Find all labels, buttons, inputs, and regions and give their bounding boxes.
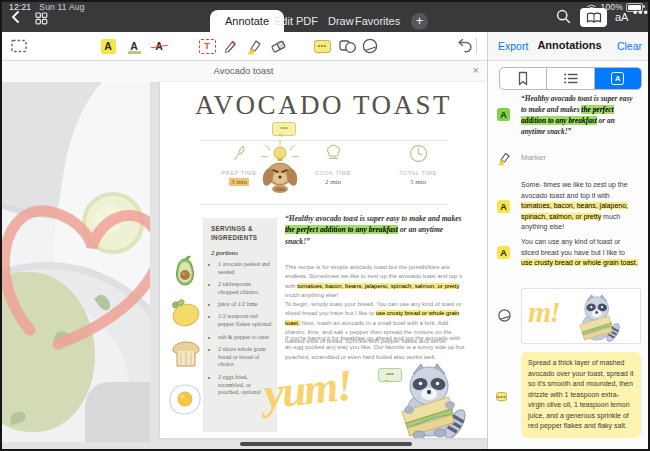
annotation-item-icon[interactable]: [496, 150, 512, 170]
eraser-tool-icon[interactable]: [268, 36, 288, 56]
open-book-icon: [586, 12, 602, 24]
recipe-page[interactable]: AVOCADO TOAST ••• PREP TIME 3 min: [160, 82, 487, 438]
highlight-annotation[interactable]: 3 min: [229, 178, 249, 186]
bookmark-icon: [516, 71, 530, 86]
raccoon-thumb: [574, 291, 624, 344]
recipe-title: AVOCADO TOAST: [160, 90, 487, 121]
back-button[interactable]: [10, 10, 20, 28]
annotations-icon: A: [611, 72, 624, 85]
annotation-item-icon[interactable]: •••: [496, 385, 507, 403]
annotations-panel: A A “Healthy avocado toast is super easy…: [487, 60, 650, 449]
documents-grid-button[interactable]: [35, 11, 48, 29]
yellow-highlight-chip: A: [497, 200, 510, 213]
marquee-select-icon[interactable]: [9, 36, 29, 56]
shapes-tool-icon[interactable]: [337, 36, 357, 56]
knife-icon: [231, 144, 248, 163]
avocado-sticker[interactable]: [168, 254, 202, 294]
annotation-item[interactable]: Some- times we like to zest up the avoca…: [521, 180, 638, 233]
annotation-item-icon[interactable]: [497, 308, 512, 327]
yum-thumb-text: m!: [528, 295, 559, 329]
pen-tool-icon[interactable]: [220, 36, 240, 56]
heart-drawing-annotation[interactable]: [0, 82, 150, 442]
more-icon[interactable]: •••: [633, 6, 649, 20]
undo-icon[interactable]: [453, 36, 473, 56]
divider: [200, 204, 448, 205]
tab-bookmarks[interactable]: [500, 68, 547, 89]
textbox-tool-icon[interactable]: T: [197, 36, 217, 56]
tab-annotations[interactable]: A: [595, 68, 641, 89]
total-time: TOTAL TIME 5 min: [386, 144, 450, 186]
clear-button[interactable]: Clear: [617, 40, 642, 52]
tab-favorites[interactable]: Favorites: [349, 10, 406, 32]
ingredient-item: 1/2 teaspoon red pepper flakes optional: [218, 313, 272, 329]
divider: [200, 140, 448, 141]
close-document-icon[interactable]: ×: [473, 64, 479, 76]
fried-egg-sticker[interactable]: [166, 382, 204, 422]
tab-edit-pdf[interactable]: Edit PDF: [268, 10, 324, 32]
ingredients-header: SERVINGS & INGREDIENTS: [211, 225, 272, 242]
annotation-item[interactable]: You can use any kind of toast or sliced …: [521, 237, 638, 269]
tab-outline[interactable]: [547, 68, 594, 89]
app-window: 12:21Sun 11 Aug 100% Annotate Edit PDF D…: [0, 0, 650, 451]
outline-list-icon: [563, 72, 578, 85]
photo-page[interactable]: [0, 82, 150, 442]
dog-idea-sticker[interactable]: idea: [256, 140, 304, 198]
yum-marker-annotation[interactable]: yum!: [262, 360, 354, 420]
note-chip-icon: •••: [496, 392, 507, 401]
ingredient-item: 1 avocado peeled and seeded: [218, 261, 272, 277]
note-annotation-icon[interactable]: •••: [272, 122, 296, 136]
document-title: Avocado toast: [0, 65, 487, 76]
top-bar: 12:21Sun 11 Aug 100% Annotate Edit PDF D…: [0, 0, 650, 32]
horizontal-scrollbar[interactable]: [240, 442, 412, 446]
green-highlight-annotation[interactable]: the perfect addition to any breakfast: [285, 225, 398, 234]
reader-view-button[interactable]: [580, 8, 607, 27]
marker-tool-icon[interactable]: [244, 36, 264, 56]
panel-segmented-control: A: [499, 67, 642, 90]
toolbar-divider: [476, 38, 477, 54]
portions: 2 portions: [211, 249, 272, 256]
svg-text:idea: idea: [275, 186, 285, 192]
text-underline-icon[interactable]: A: [124, 36, 144, 56]
annotation-item[interactable]: m!: [521, 288, 641, 344]
lemon-sticker[interactable]: [166, 294, 204, 336]
recipe-paragraph: This recipe is for simple avocado toast …: [285, 263, 467, 300]
yellow-highlight-annotation[interactable]: tomatoes, bacon, beans, jalapeno, spinac…: [297, 283, 459, 289]
text-highlight-icon[interactable]: A: [98, 36, 118, 56]
marker-chip-icon: [496, 150, 512, 166]
annotation-item-icon[interactable]: A: [497, 200, 510, 213]
chef-hat-icon: [324, 144, 343, 163]
stamp-tool-icon[interactable]: [360, 36, 380, 56]
raccoon-sticker[interactable]: [393, 358, 469, 438]
search-icon[interactable]: [556, 9, 571, 28]
stamp-chip-icon: [497, 308, 512, 323]
ingredient-item: juice of 1/2 lime: [218, 301, 272, 309]
recipe-quote: “Healthy avocado toast is super easy to …: [285, 213, 467, 247]
bread-sticker[interactable]: [169, 338, 203, 376]
cook-time: COOK TIME 2 min: [301, 144, 365, 186]
add-tab-button[interactable]: +: [411, 13, 428, 30]
note-tool-icon[interactable]: •••: [312, 36, 332, 56]
annotation-item[interactable]: Spread a thick layer of mashed avocado o…: [521, 352, 641, 438]
annotation-item[interactable]: Marker: [521, 152, 638, 164]
ingredient-item: 2 slices whole grain bread or bread of c…: [218, 346, 272, 369]
annotation-item[interactable]: “Healthy avocado toast is super easy to …: [521, 93, 638, 137]
document-area: Avocado toast × AVOCADO TOAST •••: [0, 60, 487, 449]
green-highlight-chip: A: [497, 108, 510, 121]
annotation-item-icon[interactable]: A: [497, 108, 510, 121]
ingredient-item: 2 tablespoons chopped cilantro: [218, 281, 272, 297]
annotation-item-icon[interactable]: A: [497, 246, 510, 259]
panel-header: Export Annotations Clear: [487, 32, 650, 61]
annotate-toolbar: A A A T •••: [0, 32, 487, 61]
yellow-highlight-chip: A: [497, 246, 510, 259]
text-settings-icon[interactable]: aA: [615, 11, 628, 23]
text-strikethrough-icon[interactable]: A: [149, 36, 169, 56]
ingredient-item: salt & pepper to taste: [218, 334, 272, 342]
document-tab-bar: Avocado toast ×: [0, 60, 487, 83]
clock-icon: [409, 144, 428, 163]
